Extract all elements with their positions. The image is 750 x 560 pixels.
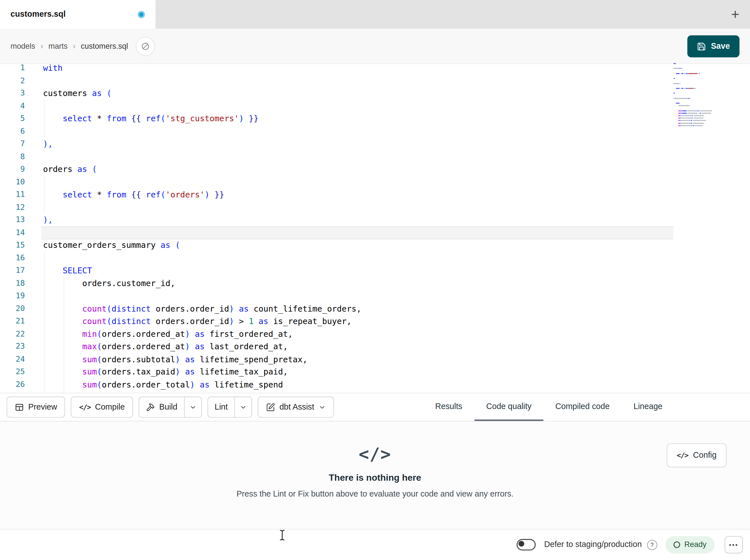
code-text: count(distinct orders.order_id) > 1 as i… [43,315,352,328]
tab-lineage[interactable]: Lineage [621,393,674,421]
code-line-7[interactable]: 7), [0,138,750,150]
status-bar: Defer to staging/production ? Ready ••• [0,529,750,560]
tab-results[interactable]: Results [423,393,474,421]
table-icon [15,402,24,412]
line-number: 26 [0,378,25,391]
save-icon [697,42,706,51]
line-number: 24 [0,353,25,366]
tab-customers-sql[interactable]: customers.sql [0,0,155,28]
code-text: max(orders.ordered_at) as last_ordered_a… [43,340,288,353]
tab-compiled-code[interactable]: Compiled code [543,393,621,421]
build-button[interactable]: Build [139,397,184,417]
unsaved-indicator-dot [138,11,145,18]
code-line-23[interactable]: 23 max(orders.ordered_at) as last_ordere… [0,340,750,353]
code-line-11[interactable]: 11 select * from {{ ref('orders') }} [0,188,750,201]
code-text: customer_orders_summary as ( [43,239,180,251]
code-line-16[interactable]: 16 [0,251,750,264]
preview-button[interactable]: Preview [7,397,65,417]
code-line-6[interactable]: 6 [0,125,750,138]
code-line-18[interactable]: 18 orders.customer_id, [0,277,750,290]
code-line-13[interactable]: 13), [0,213,750,226]
defer-toggle[interactable] [516,539,535,551]
code-line-25[interactable]: 25 sum(orders.tax_paid) as lifetime_tax_… [0,366,750,378]
code-text: sum(orders.subtotal) as lifetime_spend_p… [43,353,308,366]
code-text: ), [43,138,53,150]
line-number: 17 [0,264,25,277]
code-line-17[interactable]: 17 SELECT [0,264,750,277]
code-line-4[interactable]: 4 [0,100,750,112]
line-number: 2 [0,74,25,87]
preview-label: Preview [28,402,57,412]
code-line-5[interactable]: 5 select * from {{ ref('stg_customers') … [0,112,750,125]
toggle-knob [518,541,524,547]
code-line-15[interactable]: 15customer_orders_summary as ( [0,239,750,251]
tab-code-quality[interactable]: Code quality [474,393,544,421]
code-line-9[interactable]: 9orders as ( [0,163,750,175]
code-line-26[interactable]: 26 sum(orders.order_total) as lifetime_s… [0,378,750,391]
code-tag-icon: </> [79,403,91,411]
line-number: 15 [0,239,25,251]
editor-tab-bar: customers.sql + [0,0,750,28]
line-number: 7 [0,138,25,150]
status-ring-icon [673,541,680,548]
lint-dropdown-button[interactable] [235,397,252,417]
lint-button[interactable]: Lint [208,397,234,417]
code-lines: 1with23customers as (45 select * from {{… [0,62,750,391]
defer-label: Defer to staging/production [544,540,642,549]
save-label: Save [711,42,730,51]
ready-status-badge[interactable]: Ready [665,536,714,554]
code-line-10[interactable]: 10 [0,175,750,188]
code-text: SELECT [43,264,92,277]
dbt-ide-app: customers.sql + models › marts › custome… [0,0,750,560]
line-number: 5 [0,112,25,125]
code-text: ), [43,213,53,226]
hammer-icon [146,402,155,412]
dbt-assist-button[interactable]: dbt Assist [258,397,334,417]
code-text: min(orders.ordered_at) as first_ordered_… [43,328,293,340]
breadcrumb-customers-sql[interactable]: customers.sql [81,42,128,50]
new-tab-button[interactable]: + [731,7,739,22]
chevron-down-icon [190,403,197,411]
breadcrumb-models[interactable]: models [11,42,35,50]
code-editor[interactable]: 1with23customers as (45 select * from {{… [0,64,750,393]
line-number: 4 [0,100,25,112]
code-text: customers as ( [43,87,112,100]
code-line-3[interactable]: 3customers as ( [0,87,750,100]
minimap[interactable] [673,63,717,128]
code-line-20[interactable]: 20 count(distinct orders.order_id) as co… [0,302,750,315]
overflow-menu-button[interactable]: ••• [725,536,743,554]
line-number: 16 [0,251,25,264]
code-line-24[interactable]: 24 sum(orders.subtotal) as lifetime_spen… [0,353,750,366]
save-button[interactable]: Save [688,36,739,58]
code-line-8[interactable]: 8 [0,150,750,163]
breadcrumb-marts[interactable]: marts [48,42,67,50]
line-number: 10 [0,175,25,188]
code-text: with [43,62,63,75]
line-number: 6 [0,125,25,138]
code-line-1[interactable]: 1with [0,62,750,75]
line-number: 13 [0,213,25,226]
build-button-group: Build [139,397,202,417]
code-line-2[interactable]: 2 [0,74,750,87]
code-line-21[interactable]: 21 count(distinct orders.order_id) > 1 a… [0,315,750,328]
tab-title: customers.sql [11,9,65,19]
line-number: 20 [0,302,25,315]
code-line-22[interactable]: 22 min(orders.ordered_at) as first_order… [0,328,750,340]
file-status-icon-button[interactable] [136,37,155,56]
compile-button[interactable]: </> Compile [71,397,133,417]
compile-label: Compile [95,402,125,412]
code-line-14[interactable]: 14 [0,226,750,239]
empty-state-subtitle: Press the Lint or Fix button above to ev… [0,489,750,499]
code-text: select * from {{ ref('stg_customers') }} [43,112,259,125]
code-line-12[interactable]: 12 [0,201,750,213]
code-tag-icon: </> [677,451,689,459]
line-number: 9 [0,163,25,175]
build-dropdown-button[interactable] [184,397,201,417]
line-number: 11 [0,188,25,201]
help-icon[interactable]: ? [647,540,657,549]
build-label: Build [159,402,178,412]
code-text: select * from {{ ref('orders') }} [43,188,224,201]
empty-state-title: There is nothing here [0,473,750,483]
code-line-19[interactable]: 19 [0,290,750,302]
config-button[interactable]: </> Config [667,443,727,467]
